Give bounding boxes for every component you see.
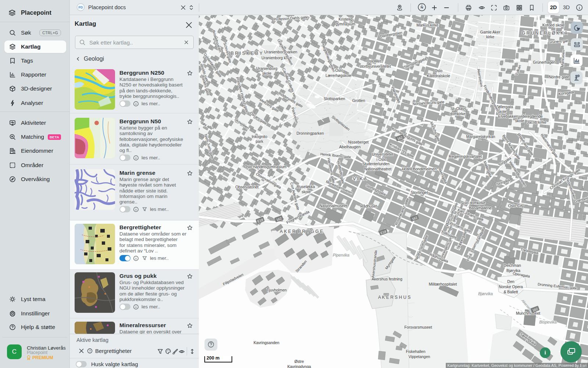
svg-text:Oslo City: Oslo City: [508, 204, 524, 208]
svg-text:?: ?: [89, 349, 91, 353]
svg-text:Kavringdynga: Kavringdynga: [287, 364, 311, 368]
svg-text:Stortinget: Stortinget: [410, 190, 428, 195]
svg-text:Ruseløkka: Ruseløkka: [297, 184, 315, 189]
svg-text:Uranienborgparken: Uranienborgparken: [264, 50, 297, 54]
svg-text:Grünerhagen: Grünerhagen: [533, 60, 556, 64]
svg-text:Kofoed skole: Kofoed skole: [542, 23, 565, 27]
svg-text:Tjuvholmen: Tjuvholmen: [267, 288, 287, 292]
svg-text:Oslo: Oslo: [335, 68, 343, 72]
svg-text:Uranienborg: Uranienborg: [256, 66, 277, 71]
svg-text:Bispevika: Bispevika: [539, 320, 556, 324]
svg-text:Kristelig: Kristelig: [338, 17, 352, 21]
svg-text:Munchmuseet: Munchmuseet: [516, 311, 540, 315]
svg-text:park: park: [256, 139, 263, 144]
svg-text:Nisseberget: Nisseberget: [348, 140, 369, 144]
svg-text:storbyuniversitetet: storbyuniversitetet: [359, 64, 391, 68]
svg-text:A K E R S H U S: A K E R S H U S: [378, 295, 411, 300]
svg-text:Deichman: Deichman: [503, 263, 521, 268]
svg-text:skole: skole: [262, 71, 272, 75]
svg-text:Margaretakyrkan: Margaretakyrkan: [466, 134, 495, 139]
svg-text:G R Ü N E R L Ø K K A: G R Ü N E R L Ø K K A: [522, 31, 567, 36]
svg-text:Elvebakken videregående: Elvebakken videregående: [498, 114, 543, 118]
svg-text:Slottsparken: Slottsparken: [324, 96, 345, 101]
svg-text:Markus kirke: Markus kirke: [416, 23, 438, 27]
svg-text:Lærerhøgskole: Lærerhøgskole: [326, 73, 352, 78]
svg-text:Inkognito: Inkognito: [252, 134, 268, 139]
svg-text:i Oslo: i Oslo: [377, 157, 387, 162]
svg-text:Fiskehallen: Fiskehallen: [406, 349, 425, 354]
svg-text:Kavringsanden: Kavringsanden: [254, 340, 279, 345]
svg-text:A K E R B R Y G G E: A K E R B R Y G G E: [280, 229, 323, 234]
svg-text:Nordre gate: Nordre gate: [549, 75, 569, 79]
svg-text:Observatoriet: Observatoriet: [235, 185, 258, 189]
svg-text:Vippetangen: Vippetangen: [409, 354, 430, 359]
svg-text:Abelhaugen: Abelhaugen: [339, 145, 361, 149]
svg-text:Gamle Aker: Gamle Aker: [480, 30, 501, 34]
svg-text:OsloMet -: OsloMet -: [366, 59, 383, 63]
svg-text:Regjeringskvartalet: Regjeringskvartalet: [449, 154, 482, 159]
svg-text:domkirke: domkirke: [450, 112, 466, 116]
svg-text:Studenterlunden: Studenterlunden: [362, 162, 389, 166]
svg-text:Dronningparken: Dronningparken: [297, 131, 324, 135]
svg-text:Forsvarsmuseet: Forsvarsmuseet: [404, 325, 432, 329]
svg-text:Bjørvika: Bjørvika: [478, 291, 493, 296]
svg-text:gymnasium: gymnasium: [336, 22, 355, 26]
svg-text:Norske Opera: Norske Opera: [499, 284, 523, 289]
svg-text:Katedralskole: Katedralskole: [427, 74, 450, 78]
svg-text:Oslo: Oslo: [434, 68, 442, 73]
svg-text:skole: skole: [302, 190, 311, 194]
svg-text:Nasjonalmuseet: Nasjonalmuseet: [319, 204, 347, 208]
svg-text:Basarhallene: Basarhallene: [469, 206, 491, 210]
svg-text:V I K A: V I K A: [353, 176, 367, 181]
svg-text:St. Olavs: St. Olavs: [451, 106, 466, 111]
svg-text:Oslo domkirke: Oslo domkirke: [460, 201, 485, 205]
svg-text:Pipervika: Pipervika: [333, 253, 349, 257]
svg-text:Jacob kirke: Jacob kirke: [527, 120, 546, 124]
svg-text:Grotten: Grotten: [352, 98, 365, 103]
svg-text:Militærhospitalet: Militærhospitalet: [429, 282, 457, 286]
svg-text:B R I S K E B Y: B R I S K E B Y: [231, 51, 263, 56]
svg-text:Nationaltheatret: Nationaltheatret: [364, 167, 391, 171]
svg-text:Østre: Østre: [294, 359, 304, 364]
svg-text:N: N: [421, 5, 423, 9]
svg-text:Oslo handelsgymnasium: Oslo handelsgymnasium: [244, 164, 287, 169]
svg-text:Akershus festning: Akershus festning: [372, 277, 402, 281]
svg-text:kirke: kirke: [486, 35, 494, 39]
svg-text:Universitetet: Universitetet: [372, 152, 393, 156]
svg-text:Rådhuset: Rådhuset: [361, 204, 377, 208]
svg-text:Hotell Bondeheimen: Hotell Bondeheimen: [402, 167, 437, 171]
svg-text:& Ballett: & Ballett: [503, 290, 518, 294]
svg-text:Den: Den: [507, 279, 514, 284]
svg-text:skole: skole: [515, 118, 524, 123]
